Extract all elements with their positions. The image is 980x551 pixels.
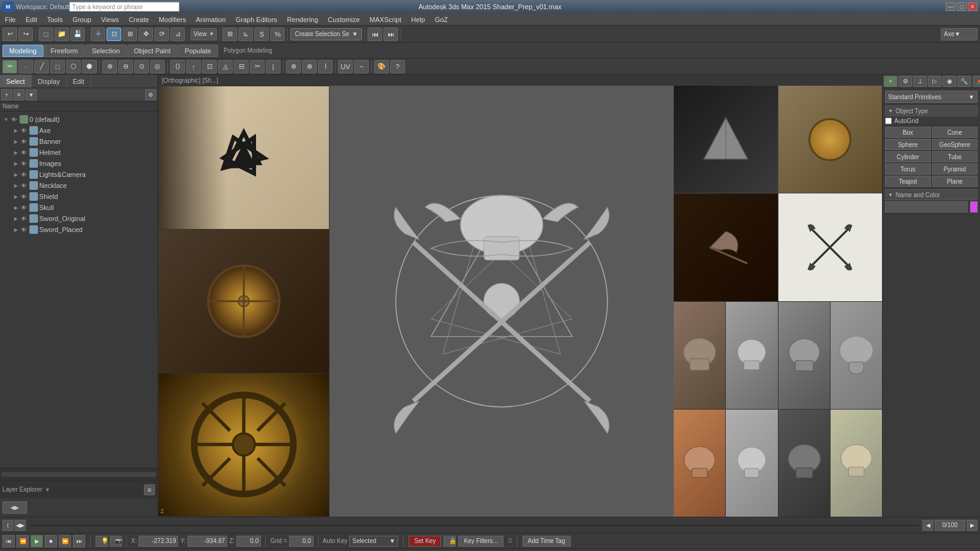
primitives-dropdown[interactable]: Standard Primitives ▼ — [885, 91, 978, 103]
list-item[interactable]: ▶ 👁 Banner — [0, 136, 157, 147]
list-item[interactable]: ▼ 👁 0 (default) — [0, 114, 157, 125]
help-icon[interactable]: ? — [390, 60, 405, 73]
list-item[interactable]: ▶ 👁 Shield — [0, 191, 157, 202]
geosphere-button[interactable]: GeoSphere — [932, 139, 978, 150]
percent-snap[interactable]: % — [270, 28, 285, 41]
object-name-input[interactable] — [885, 201, 968, 212]
menu-goz[interactable]: GoZ — [430, 13, 453, 25]
current-frame-display[interactable]: 0 / 100 — [935, 520, 965, 531]
quickslice-icon[interactable]: | — [266, 60, 281, 73]
y-input[interactable] — [187, 536, 227, 547]
polygon-icon[interactable]: ⬡ — [66, 60, 81, 73]
h-scrollbar[interactable] — [1, 472, 156, 477]
main-viewport[interactable] — [330, 86, 674, 517]
list-item[interactable]: ▶ 👁 Lights&Camera — [0, 169, 157, 180]
menu-customize[interactable]: Customize — [323, 13, 364, 25]
menu-edit[interactable]: Edit — [21, 13, 42, 25]
timeline-frame-fwd[interactable]: ▶ — [967, 520, 978, 531]
scene-filter-btn[interactable]: ▼ — [26, 89, 37, 100]
workspace-dropdown[interactable]: Workspace: Default — [16, 4, 69, 10]
selected-dropdown[interactable]: Selected ▼ — [349, 536, 398, 547]
tab-object-paint[interactable]: Object Paint — [127, 45, 178, 57]
key-filters-button[interactable]: Key Filters... — [458, 536, 503, 547]
x-input[interactable] — [138, 536, 178, 547]
plane-button[interactable]: Plane — [932, 176, 978, 187]
viewport-cell[interactable] — [674, 86, 882, 301]
undo-button[interactable]: ↩ — [2, 28, 17, 41]
menu-tools[interactable]: Tools — [42, 13, 68, 25]
shrink-sel-icon[interactable]: ⊖ — [118, 60, 133, 73]
visibility-icon[interactable]: 👁 — [20, 137, 28, 146]
visibility-icon[interactable]: 👁 — [20, 148, 28, 157]
hierarchy-tab[interactable]: ⊥ — [913, 76, 927, 87]
menu-create[interactable]: Create — [124, 13, 154, 25]
menu-group[interactable]: Group — [67, 13, 96, 25]
go-end-button[interactable]: ⏭ — [73, 535, 85, 547]
bridge-icon[interactable]: ⊟ — [234, 60, 249, 73]
menu-rendering[interactable]: Rendering — [282, 13, 323, 25]
visibility-icon[interactable]: 👁 — [20, 214, 28, 223]
visibility-icon[interactable]: 👁 — [20, 159, 28, 168]
connect-icon[interactable]: ⌇ — [318, 60, 333, 73]
tab-select[interactable]: Select — [0, 75, 32, 88]
close-button[interactable]: ✕ — [968, 2, 978, 11]
stop-button[interactable]: ■ — [45, 535, 57, 547]
light-icon[interactable]: 💡 — [96, 536, 108, 547]
object-name-dropdown[interactable]: Axe ▼ — [941, 28, 978, 40]
view-mode-dropdown[interactable]: View ▼ — [190, 28, 217, 40]
create-selection-button[interactable]: Create Selection Se ▼ — [290, 28, 362, 40]
timeline-track[interactable]: 0 5 10 15 20 25 30 35 40 45 50 55 60 65 … — [29, 525, 919, 526]
chamfer-icon[interactable]: ⟨⟩ — [170, 60, 185, 73]
add-time-tag-button[interactable]: Add Time Tag — [522, 536, 571, 547]
layer-expand-btn[interactable]: ◀▶ — [2, 501, 27, 514]
autogrid-checkbox[interactable] — [885, 118, 892, 124]
uv-edit-icon[interactable]: UV — [338, 60, 353, 73]
tab-display[interactable]: Display — [32, 75, 67, 88]
list-item[interactable]: ▶ 👁 Necklace — [0, 180, 157, 191]
create-tab[interactable]: + — [884, 76, 897, 87]
list-item[interactable]: ▶ 👁 Sword_Original — [0, 213, 157, 224]
sphere-button[interactable]: Sphere — [885, 139, 931, 150]
cut-icon[interactable]: ✂ — [250, 60, 265, 73]
timeline-prev-key[interactable]: ⟨ — [2, 520, 13, 531]
viewport-cell[interactable] — [159, 86, 329, 229]
scene-new-btn[interactable]: + — [1, 89, 12, 100]
element-icon[interactable]: ⬢ — [82, 60, 97, 73]
pyramid-button[interactable]: Pyramid — [932, 163, 978, 174]
menu-graph-editors[interactable]: Graph Editors — [231, 13, 282, 25]
tab-edit[interactable]: Edit — [67, 75, 91, 88]
rotate-tool[interactable]: ⟳ — [154, 28, 169, 41]
list-item[interactable]: ▶ 👁 Helmet — [0, 147, 157, 158]
timeline-frame-back[interactable]: ◀ — [922, 520, 933, 531]
tab-freeform[interactable]: Freeform — [44, 45, 85, 57]
tab-selection[interactable]: Selection — [85, 45, 126, 57]
scene-settings-btn[interactable]: ⚙ — [145, 89, 156, 100]
visibility-icon[interactable]: 👁 — [20, 181, 28, 190]
tube-button[interactable]: Tube — [932, 151, 978, 162]
teapot-button[interactable]: Teapot — [885, 176, 931, 187]
box-button[interactable]: Box — [885, 127, 931, 138]
visibility-icon[interactable]: 👁 — [20, 126, 28, 135]
snap-toggle[interactable]: ⊞ — [222, 28, 237, 41]
scale-tool[interactable]: ⊿ — [170, 28, 185, 41]
material-icon[interactable]: 🎨 — [374, 60, 389, 73]
lock-icon[interactable]: 🔒 — [443, 536, 456, 547]
play-button[interactable]: ▶ — [31, 535, 43, 547]
tab-populate[interactable]: Populate — [178, 45, 217, 57]
timeline-toggle[interactable]: ◀▶ — [15, 520, 26, 531]
extrude-icon[interactable]: ↑ — [186, 60, 201, 73]
z-input[interactable] — [236, 536, 261, 547]
scroll-bar[interactable] — [0, 468, 157, 480]
modify-tab[interactable]: ⚙ — [899, 76, 912, 87]
layer-explorer-arrow[interactable]: ▼ — [45, 487, 50, 493]
edge-icon[interactable]: ╱ — [34, 60, 49, 73]
move-tool[interactable]: ✥ — [138, 28, 153, 41]
go-start-button[interactable]: ⏮ — [2, 535, 15, 547]
visibility-icon[interactable]: 👁 — [20, 225, 28, 234]
menu-help[interactable]: Help — [406, 13, 430, 25]
next-frame-button[interactable]: ⏩ — [59, 535, 71, 547]
list-item[interactable]: ▶ 👁 Images — [0, 158, 157, 169]
cone-button[interactable]: Cone — [932, 127, 978, 138]
inset-icon[interactable]: ⊡ — [202, 60, 217, 73]
angle-snap[interactable]: ⊾ — [238, 28, 253, 41]
